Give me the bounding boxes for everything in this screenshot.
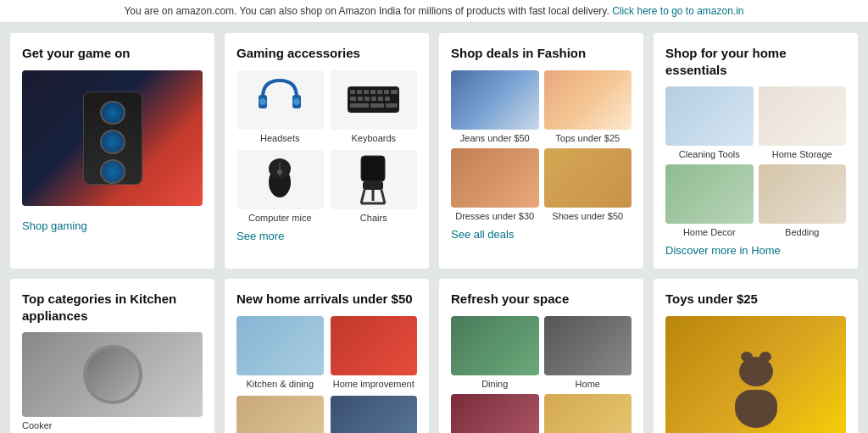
health-image <box>544 394 632 434</box>
home-decor[interactable]: Home Decor <box>665 164 754 237</box>
dresses-image <box>451 148 539 208</box>
decor-label: Home Decor <box>665 227 754 237</box>
svg-rect-13 <box>358 97 363 101</box>
banner-link[interactable]: Click here to go to amazon.in <box>612 5 743 17</box>
shoes-image <box>544 148 632 208</box>
chairs-label: Chairs <box>331 213 418 223</box>
accessory-chairs[interactable]: Chairs <box>331 150 418 223</box>
fashion-grid: Jeans under $50 Tops under $25 Dresses u… <box>451 70 632 221</box>
fan-1 <box>100 101 125 125</box>
accessory-keyboards[interactable]: Keyboards <box>331 70 418 143</box>
arrival-kitchen-dining[interactable]: Kitchen & dining <box>236 316 324 389</box>
accessory-mice[interactable]: Computer mice <box>236 150 324 223</box>
dining-label: Dining <box>451 379 539 389</box>
cleaning-image <box>665 86 754 146</box>
svg-rect-18 <box>350 103 369 108</box>
home-improv-label: Home improvement <box>331 379 418 389</box>
tops-image <box>544 70 632 130</box>
svg-rect-5 <box>350 90 355 94</box>
chair-image <box>331 150 418 209</box>
refresh-health[interactable]: Health and Beauty <box>544 394 632 434</box>
svg-rect-14 <box>364 97 370 101</box>
svg-rect-17 <box>385 97 390 101</box>
home-essentials-card: Shop for your home essentials Cleaning T… <box>654 33 858 269</box>
refresh-card: Refresh your space Dining Home Kitchen H… <box>439 279 643 433</box>
refresh-title: Refresh your space <box>451 291 632 308</box>
accessory-headsets[interactable]: Headsets <box>236 70 324 143</box>
home-storage[interactable]: Home Storage <box>759 86 847 159</box>
headset-svg <box>254 76 305 123</box>
jeans-label: Jeans under $50 <box>451 133 539 143</box>
home-improv-image <box>331 316 418 375</box>
accessories-grid: Headsets <box>236 70 417 223</box>
svg-rect-20 <box>386 103 398 108</box>
refresh-home[interactable]: Home <box>544 316 632 389</box>
bear-head <box>739 357 773 386</box>
bedding-image <box>759 164 847 224</box>
toys-card: Toys under $25 Shop now <box>654 279 858 433</box>
gaming-card: Get your game on Shop gaming <box>10 33 214 269</box>
headsets-label: Headsets <box>236 133 324 143</box>
fashion-card: Shop deals in Fashion Jeans under $50 To… <box>439 33 643 269</box>
home-essentials-link[interactable]: Discover more in Home <box>665 244 781 257</box>
mice-label: Computer mice <box>236 213 324 223</box>
refresh-kitchen[interactable]: Kitchen <box>451 394 539 434</box>
arrival-bedding-bath[interactable]: Bedding & bath <box>331 396 418 434</box>
gaming-image <box>22 70 203 206</box>
bear <box>735 357 777 428</box>
bear-body <box>735 390 777 428</box>
top-banner: You are on amazon.com. You can also shop… <box>0 0 868 23</box>
svg-rect-7 <box>364 90 369 94</box>
home-essentials-grid: Cleaning Tools Home Storage Home Decor B… <box>665 86 846 237</box>
shoes-label: Shoes under $50 <box>544 211 632 221</box>
gaming-title: Get your game on <box>22 45 203 62</box>
svg-rect-10 <box>384 90 389 94</box>
bedding2-image <box>331 396 418 434</box>
kitchen2-image <box>451 394 539 434</box>
home-essentials-title: Shop for your home essentials <box>665 45 846 78</box>
svg-rect-15 <box>371 97 376 101</box>
svg-point-3 <box>293 98 300 105</box>
cooker-image <box>22 332 203 417</box>
keyboard-svg <box>346 85 401 114</box>
keyboard-image <box>331 70 418 130</box>
chair-svg <box>354 154 392 205</box>
fan-2 <box>100 130 125 154</box>
kitchen-card: Top categories in Kitchen appliances Coo… <box>10 279 214 433</box>
fashion-link[interactable]: See all deals <box>451 228 514 241</box>
svg-point-24 <box>277 169 282 175</box>
dresses-label: Dresses under $30 <box>451 211 539 221</box>
main-grid: Get your game on Shop gaming Gaming acce… <box>0 23 868 433</box>
fashion-dresses[interactable]: Dresses under $30 <box>451 148 539 221</box>
pc-tower <box>83 92 142 185</box>
arrival-decor[interactable]: Décor <box>236 396 324 434</box>
mouse-image <box>236 150 324 209</box>
cleaning-label: Cleaning Tools <box>665 149 754 159</box>
home-arrivals-grid: Kitchen & dining Home improvement Décor … <box>236 316 417 434</box>
home-cleaning[interactable]: Cleaning Tools <box>665 86 754 159</box>
fashion-shoes[interactable]: Shoes under $50 <box>544 148 632 221</box>
arrival-home-improvement[interactable]: Home improvement <box>331 316 418 389</box>
svg-line-27 <box>361 190 364 203</box>
dining-image <box>451 316 539 375</box>
kitchen-title: Top categories in Kitchen appliances <box>22 291 203 324</box>
home2-image <box>544 316 632 375</box>
svg-point-2 <box>259 98 266 105</box>
home-arrivals-card: New home arrivals under $50 Kitchen & di… <box>225 279 429 433</box>
jeans-image <box>451 70 539 130</box>
toys-image <box>665 316 846 434</box>
refresh-dining[interactable]: Dining <box>451 316 539 389</box>
fashion-title: Shop deals in Fashion <box>451 45 632 62</box>
tops-label: Tops under $25 <box>544 133 632 143</box>
accessories-link[interactable]: See more <box>236 230 284 242</box>
gaming-link[interactable]: Shop gaming <box>22 219 87 232</box>
headset-image <box>236 70 324 130</box>
storage-image <box>759 86 847 146</box>
home-bedding[interactable]: Bedding <box>759 164 847 237</box>
gaming-accessories-title: Gaming accessories <box>236 45 417 62</box>
svg-rect-16 <box>378 97 383 101</box>
fashion-tops[interactable]: Tops under $25 <box>544 70 632 143</box>
fashion-jeans[interactable]: Jeans under $50 <box>451 70 539 143</box>
bedding-label: Bedding <box>759 227 847 237</box>
decor2-image <box>236 396 324 434</box>
